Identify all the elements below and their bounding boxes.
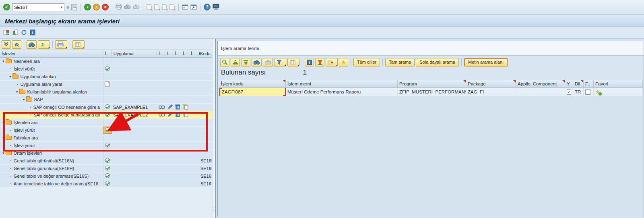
cancel-button[interactable]: × (102, 4, 109, 10)
tree-row-islevi-yurut-1[interactable]: ·İşlevi yürüt (0, 65, 212, 73)
delete-icon[interactable] (175, 112, 180, 118)
info-icon[interactable]: i (30, 29, 35, 36)
filter-icon[interactable] (274, 58, 286, 66)
col-header-i5[interactable]: İ.. (181, 50, 189, 57)
tcode-link[interactable]: ZAGFI087 (222, 89, 243, 94)
execute-icon[interactable] (105, 142, 111, 149)
col-package[interactable]: Package (466, 80, 516, 87)
new-session-icon[interactable] (182, 4, 188, 10)
last-page-icon[interactable]: » (169, 4, 175, 10)
caret-icon[interactable]: ▾ (2, 136, 4, 140)
tree-row-uygulama-alanlari[interactable]: ▾Uygulama alanları (0, 73, 212, 81)
tree-row-tablolari-ara[interactable]: ▾Tabloları ara (0, 134, 212, 142)
add-favorite-icon[interactable]: ★+ (595, 89, 600, 95)
tree-row-nesneleri-ara[interactable]: ▾Nesneleri ara (0, 58, 212, 65)
col-y[interactable]: Y (565, 80, 573, 87)
caret-icon[interactable]: ▾ (2, 59, 4, 63)
first-page-icon[interactable]: « (147, 4, 152, 10)
find-icon[interactable] (124, 4, 131, 10)
collapse-all-button[interactable] (2, 40, 11, 49)
checkbox-unchecked[interactable] (585, 89, 590, 95)
caret-icon[interactable]: ▾ (23, 98, 25, 102)
caret-icon[interactable]: ▾ (16, 90, 18, 94)
execute-icon[interactable] (105, 173, 111, 180)
result-table-row[interactable]: ZAGFI087 Müşteri Ödeme Performans Raporu… (219, 88, 643, 96)
full-search-button[interactable]: Tam arama (385, 58, 415, 66)
edit-icon[interactable] (167, 112, 173, 118)
tree-row-se16h[interactable]: ·Genel tablo görüntüsü(SE16H) SE16H (0, 165, 212, 172)
exit-button[interactable]: ∧ (93, 4, 100, 10)
command-dropdown-icon[interactable]: ▾ (60, 5, 62, 9)
help-icon[interactable]: ? (204, 4, 211, 10)
print-tree-button[interactable] (55, 40, 67, 49)
back-button[interactable]: ‹ (84, 4, 91, 10)
col-favori[interactable]: Favori (594, 80, 643, 87)
delete-icon[interactable] (175, 104, 180, 110)
checkbox-checked[interactable]: ✓ (567, 89, 571, 95)
text-search-area-button[interactable]: Metin arama alanı (464, 58, 508, 66)
execute-icon[interactable] (105, 158, 111, 164)
col-header-ikodu[interactable]: IKodu (197, 50, 212, 57)
copy-icon[interactable] (183, 112, 188, 118)
create-shortcut-icon[interactable] (190, 4, 197, 10)
all-languages-button[interactable]: Tüm diller (353, 58, 380, 66)
tree-row-islevi-yurut-islemler[interactable]: ·İşlevi yürüt (0, 127, 212, 134)
layout-result-icon[interactable] (287, 58, 299, 66)
user-assignment-icon[interactable] (12, 29, 18, 36)
tcode-text-cell[interactable]: Müşteri Ödeme Performans Raporu (286, 88, 398, 96)
customize-layout-icon[interactable] (213, 4, 219, 11)
legend-icon[interactable] (3, 29, 9, 36)
panel-splitter[interactable]: ···· (212, 39, 215, 218)
favorites-icon[interactable]: ★ (339, 58, 348, 66)
save-icon[interactable] (71, 4, 77, 10)
tree-row-kullanilabilir-alanlar[interactable]: ▾Kullanılabilir uygulama alanları (0, 88, 212, 96)
left-aligned-search-button[interactable]: Sola dayalı arama (416, 58, 459, 66)
execute-icon-selected[interactable] (105, 127, 111, 134)
export-icon[interactable] (326, 58, 338, 66)
applic-component-cell[interactable] (516, 88, 565, 96)
program-cell[interactable]: ZFIP_MUSTERI_PERFORMANS (398, 88, 466, 96)
execute-icon[interactable] (105, 104, 111, 111)
package-cell[interactable]: ZAG_FI (466, 88, 516, 96)
col-header-uygulama[interactable]: Uygulama (112, 50, 157, 57)
copy-icon[interactable] (183, 104, 188, 110)
col-header-i1[interactable]: İ.. (103, 50, 112, 57)
tcode-cell[interactable]: ZAGFI087 (219, 88, 286, 96)
find-next-icon[interactable] (133, 4, 140, 10)
col-program[interactable]: Program (398, 80, 466, 87)
tree-row-se16sl[interactable]: ·Alan temelinde tablo ve değer arama(SE1… (0, 180, 212, 188)
execute-icon[interactable] (105, 181, 111, 187)
tree-row-islevi-yurut-tablolar[interactable]: ·İşlevi yürüt (0, 142, 212, 149)
col-header-i6[interactable]: İ.. (189, 50, 197, 57)
col-dil[interactable]: Dil (573, 80, 584, 87)
col-islem-metni[interactable]: İşlem metni (286, 80, 398, 87)
col-header-islevler[interactable]: İşlevler (0, 50, 103, 57)
display-icon[interactable] (159, 112, 165, 118)
tree-row-sap-example2[interactable]: ·SAP örneği: Belge numarasına gö SAP_EXA… (0, 111, 212, 119)
execute-icon[interactable] (105, 66, 111, 73)
col-header-i3[interactable]: İ.. (165, 50, 173, 57)
info-result-icon[interactable]: i (305, 58, 314, 66)
tree-row-se16s[interactable]: ·Genel tablo ve değer araması(SE16S) SE1… (0, 172, 212, 180)
sum-button[interactable]: Σ (38, 40, 50, 49)
execute-icon[interactable] (105, 165, 111, 172)
collapse-toolbar-button[interactable]: « (66, 4, 69, 10)
tree-row-ortam-islevleri[interactable]: ▾Ortam işlevleri (0, 149, 212, 157)
caret-icon[interactable]: ▾ (2, 120, 4, 125)
refresh-icon[interactable] (21, 29, 27, 36)
col-header-i2[interactable]: İ.. (157, 50, 165, 57)
sort-descending-icon[interactable] (241, 58, 250, 66)
tree-row-sap[interactable]: ▾SAP (0, 96, 212, 104)
col-applic-component[interactable]: Applic. Component (516, 80, 565, 87)
expand-all-button[interactable] (12, 40, 21, 49)
tree-row-uygulama-alani-yarat[interactable]: ·Uygulama alanı yarat (0, 81, 212, 88)
caret-icon[interactable]: ▾ (2, 151, 4, 155)
execute-icon[interactable] (105, 112, 111, 118)
display-icon[interactable] (159, 105, 165, 110)
tree-row-islemleri-ara[interactable]: ▾İşlemleri ara (0, 119, 212, 127)
next-page-icon[interactable]: › (162, 4, 167, 10)
sort-ascending-icon[interactable] (231, 58, 240, 66)
toolbar-grip[interactable]: ····· (477, 56, 485, 58)
layout-button[interactable] (72, 40, 85, 49)
edit-icon[interactable] (167, 104, 173, 110)
